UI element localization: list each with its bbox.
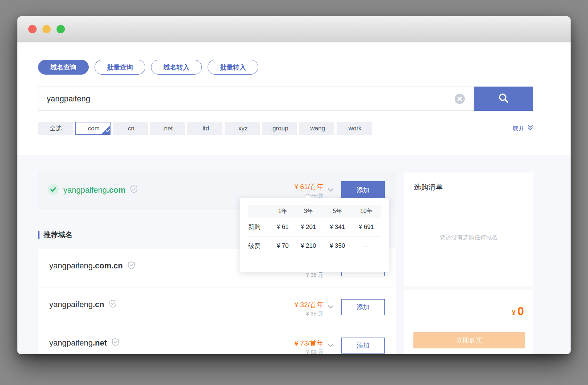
add-to-cart-button[interactable]: 添加 [341,299,385,315]
col-1year: 1年 [271,205,294,218]
shield-check-icon [109,300,117,309]
cart-empty-text: 您还没有选购任何域名 [404,202,533,286]
chip-net[interactable]: .net [150,122,185,135]
recommend-price-block: ¥ 32/首年 ¥ 35 元 [295,300,324,318]
total-amount: 0 [517,305,524,318]
maximize-button[interactable] [57,25,65,33]
double-chevron-down-icon [527,125,533,133]
shield-check-icon [130,185,138,195]
search-input-wrap [38,87,474,111]
shield-check-icon [128,261,135,271]
col-3year: 3年 [294,205,323,218]
chip-com-label: .com [86,125,100,132]
price-detail-popup: 1年 3年 5年 10年 新购 ¥ 61 ¥ 201 ¥ 341 ¥ 691 续… [240,198,389,272]
price-table: 1年 3年 5年 10年 新购 ¥ 61 ¥ 201 ¥ 341 ¥ 691 续… [248,205,381,255]
desktop-background: 域名查询 批量查询 域名转入 批量转入 [0,0,588,385]
selected-checkmark-icon [106,127,110,134]
col-5year: 5年 [323,205,352,218]
chip-wang[interactable]: .wang [299,122,334,135]
tab-domain-query[interactable]: 域名查询 [38,60,89,75]
expand-filters-link[interactable]: 展开 [512,122,533,135]
price-row-renew: 续费 ¥ 70 ¥ 210 ¥ 350 - [248,237,381,255]
price-row-new: 新购 ¥ 61 ¥ 201 ¥ 341 ¥ 691 [248,218,381,237]
tab-batch-query[interactable]: 批量查询 [95,60,145,75]
tld-filter-bar: 全选 .com .cn .net .ltd .xyz .group .wang … [38,122,372,135]
recommend-row-cn: yangpaifeng.cn ¥ 32/首年 ¥ 35 元 添加 [38,288,396,326]
price-table-header: 1年 3年 5年 10年 [248,205,381,218]
query-mode-tabs: 域名查询 批量查询 域名转入 批量转入 [38,60,258,75]
result-first-year-price: ¥ 61/首年 [295,182,324,192]
add-to-cart-button[interactable]: 添加 [341,338,385,353]
clear-input-icon[interactable] [455,94,465,104]
result-domain-group: yangpaifeng.com [48,184,138,196]
check-circle-icon [48,184,59,196]
price-detail-chevron-icon[interactable] [328,188,334,192]
chip-ltd[interactable]: .ltd [187,122,222,135]
cart-summary-panel: ¥0 立即购买 [404,290,533,354]
price-detail-chevron-icon[interactable] [328,305,334,309]
add-to-cart-button[interactable]: 添加 [341,181,385,199]
cart-title: 选购清单 [404,172,533,202]
recommend-section-title: 推荐域名 [38,230,72,240]
search-button[interactable] [474,87,533,111]
app-window: 域名查询 批量查询 域名转入 批量转入 [17,16,571,354]
recommend-domain-name: yangpaifeng.com.cn [49,261,123,271]
recommend-first-year-price: ¥ 32/首年 [295,300,324,310]
recommend-first-year-price: ¥ 73/首年 [295,339,324,348]
chip-cn[interactable]: .cn [113,122,148,135]
price-detail-chevron-icon[interactable] [328,343,334,347]
magnifier-icon [498,92,509,105]
search-input[interactable] [38,87,474,110]
minimize-button[interactable] [42,25,51,33]
col-10year: 10年 [352,205,381,218]
recommend-original-price: ¥ 35 元 [295,310,324,318]
recommend-price-block: ¥ 73/首年 ¥ 80 元 [295,339,324,355]
currency-symbol: ¥ [512,309,516,317]
tab-domain-transfer-in[interactable]: 域名转入 [151,60,202,75]
cart-panel: 选购清单 您还没有选购任何域名 [404,172,533,286]
chip-com-selected[interactable]: .com [75,122,110,135]
close-button[interactable] [28,25,37,33]
title-accent-bar [38,231,39,239]
recommend-row-net: yangpaifeng.net ¥ 73/首年 ¥ 80 元 添加 [38,326,396,354]
shield-check-icon [112,338,119,348]
cart-total: ¥0 [512,305,524,318]
chip-select-all[interactable]: 全选 [38,122,73,135]
recommend-domain-name: yangpaifeng.cn [49,300,104,309]
expand-label: 展开 [512,124,525,133]
recommend-title-label: 推荐域名 [43,230,72,240]
chip-group[interactable]: .group [262,122,297,135]
recommend-domain-name: yangpaifeng.net [49,338,107,348]
tab-batch-transfer-in[interactable]: 批量转入 [208,60,258,75]
result-domain-name: yangpaifeng.com [63,185,125,195]
chip-work[interactable]: .work [337,122,372,135]
chip-xyz[interactable]: .xyz [225,122,260,135]
window-titlebar [17,16,571,42]
recommend-original-price: ¥ 80 元 [295,348,324,355]
buy-now-button[interactable]: 立即购买 [413,332,525,348]
